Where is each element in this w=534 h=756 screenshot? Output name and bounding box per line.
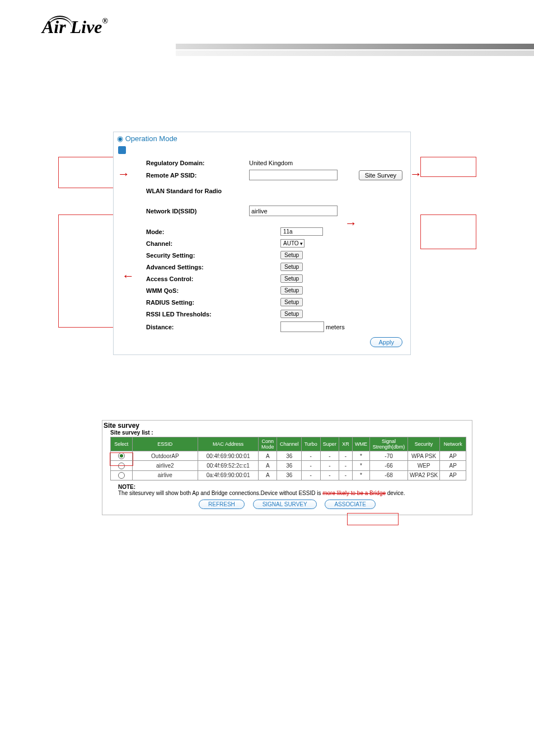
cell-turbo: - <box>302 451 321 461</box>
label-access-control: Access Control: <box>118 273 248 284</box>
arrow-left-icon: ← <box>122 270 134 282</box>
rssi-setup-button[interactable]: Setup <box>280 310 303 318</box>
radius-setup-button[interactable]: Setup <box>280 298 303 306</box>
callout-box-2 <box>58 214 114 328</box>
header-stripe-dark <box>176 44 534 49</box>
cell-channel: 36 <box>277 461 302 470</box>
cell-mac: 0a:4f:69:90:00:01 <box>198 470 259 480</box>
th-xr: XR <box>339 437 352 451</box>
mode-value: 11a <box>280 227 323 236</box>
cell-essid: airlive2 <box>132 461 198 470</box>
label-advanced: Advanced Settings: <box>118 261 248 273</box>
callout-associate <box>347 513 399 525</box>
operation-mode-panel: ◉ Operation Mode Regulatory Domain: Unit… <box>113 132 411 355</box>
table-header-row: Select ESSID MAC Address Conn Mode Chann… <box>111 437 466 451</box>
callout-box-1 <box>58 157 114 188</box>
arrow-right-icon: → <box>118 168 130 180</box>
note-text-c: device. <box>386 490 405 496</box>
cell-channel: 36 <box>277 451 302 461</box>
cell-xr: - <box>339 470 352 480</box>
th-channel: Channel <box>277 437 302 451</box>
cell-wme: * <box>352 470 370 480</box>
settings-form: Regulatory Domain: United Kingdom Remote… <box>118 158 406 349</box>
label-ssid: Network ID(SSID) <box>118 204 248 218</box>
value-regdom: United Kingdom <box>248 158 354 168</box>
advanced-setup-button[interactable]: Setup <box>280 263 303 271</box>
note-label: NOTE: <box>118 484 135 490</box>
distance-input[interactable] <box>280 321 324 332</box>
note-text-a: The sitesurvey will show both Ap and Bri… <box>118 490 322 496</box>
th-select: Select <box>111 437 133 451</box>
cell-xr: - <box>339 451 352 461</box>
label-mode: Mode: <box>118 226 248 237</box>
note-text-strike: more likely to be a Bridge <box>322 490 386 496</box>
cell-network: AP <box>440 461 466 470</box>
ssid-input[interactable] <box>249 206 338 216</box>
site-survey-panel: Site survey Site survey list : Select ES… <box>102 420 472 515</box>
th-super: Super <box>320 437 339 451</box>
th-mac: MAC Address <box>198 437 259 451</box>
distance-unit: meters <box>326 324 345 330</box>
th-security: Security <box>407 437 439 451</box>
label-distance: Distance: <box>118 320 248 334</box>
brand-text: Air Live <box>42 17 102 37</box>
cell-security: WPA2 PSK <box>407 470 439 480</box>
refresh-button[interactable]: REFRESH <box>199 500 245 509</box>
cell-wme: * <box>352 461 370 470</box>
label-regdom: Regulatory Domain: <box>118 158 248 168</box>
security-setup-button[interactable]: Setup <box>280 251 303 259</box>
cell-security: WEP <box>407 461 439 470</box>
table-row: airlive 0a:4f:69:90:00:01 A 36 - - - * -… <box>111 470 466 480</box>
panel-title-text: Operation Mode <box>125 134 177 143</box>
cell-security: WPA PSK <box>407 451 439 461</box>
home-icon[interactable] <box>118 146 126 154</box>
cell-mac: 00:4f:69:52:2c:c1 <box>198 461 259 470</box>
cell-conn: A <box>259 451 277 461</box>
acl-setup-button[interactable]: Setup <box>280 274 303 283</box>
th-signal: Signal Strength(dbm) <box>370 437 408 451</box>
callout-select-col <box>110 452 133 466</box>
label-remote-ssid: Remote AP SSID: <box>118 168 248 182</box>
th-network: Network <box>440 437 466 451</box>
cell-essid: OutdoorAP <box>132 451 198 461</box>
channel-value: AUTO <box>283 240 299 246</box>
arrow-right-icon-2: → <box>345 217 357 230</box>
site-survey-table: Select ESSID MAC Address Conn Mode Chann… <box>110 437 466 480</box>
label-wlan-std: WLAN Standard for Radio <box>118 182 248 196</box>
signal-survey-button[interactable]: SIGNAL SURVEY <box>253 500 317 509</box>
site-survey-subtitle: Site survey list : <box>102 430 472 437</box>
cell-conn: A <box>259 461 277 470</box>
cell-essid: airlive <box>132 470 198 480</box>
wmm-setup-button[interactable]: Setup <box>280 286 303 295</box>
label-channel: Channel: <box>118 237 248 249</box>
cell-super: - <box>320 461 339 470</box>
site-survey-button[interactable]: Site Survey <box>359 170 402 180</box>
cell-signal: -68 <box>370 470 408 480</box>
cell-xr: - <box>339 461 352 470</box>
cell-network: AP <box>440 451 466 461</box>
cell-signal: -66 <box>370 461 408 470</box>
row-select-radio[interactable] <box>118 472 125 479</box>
label-radius: RADIUS Setting: <box>118 296 248 308</box>
th-essid: ESSID <box>132 437 198 451</box>
channel-select[interactable]: AUTO ▾ <box>280 239 305 248</box>
cell-super: - <box>320 470 339 480</box>
site-survey-title: Site survey <box>102 421 472 430</box>
note-block: NOTE: The sitesurvey will show both Ap a… <box>102 480 472 497</box>
table-row: airlive2 00:4f:69:52:2c:c1 A 36 - - - * … <box>111 461 466 470</box>
associate-button[interactable]: ASSOCIATE <box>325 500 376 509</box>
site-survey-buttons: REFRESH SIGNAL SURVEY ASSOCIATE <box>102 497 472 515</box>
apply-button[interactable]: Apply <box>370 337 402 347</box>
table-row: OutdoorAP 00:4f:69:90:00:01 A 36 - - - *… <box>111 451 466 461</box>
label-rssi: RSSI LED Thresholds: <box>118 308 248 320</box>
th-conn: Conn Mode <box>259 437 277 451</box>
brand-reg: ® <box>102 17 108 25</box>
cell-mac: 00:4f:69:90:00:01 <box>198 451 259 461</box>
title-bullet-icon: ◉ <box>117 134 123 143</box>
brand-logo: Air Live® <box>42 17 108 38</box>
panel-title: ◉ Operation Mode <box>114 132 410 144</box>
cell-channel: 36 <box>277 470 302 480</box>
cell-super: - <box>320 451 339 461</box>
remote-ssid-input[interactable] <box>249 170 338 180</box>
callout-box-3 <box>420 157 476 177</box>
